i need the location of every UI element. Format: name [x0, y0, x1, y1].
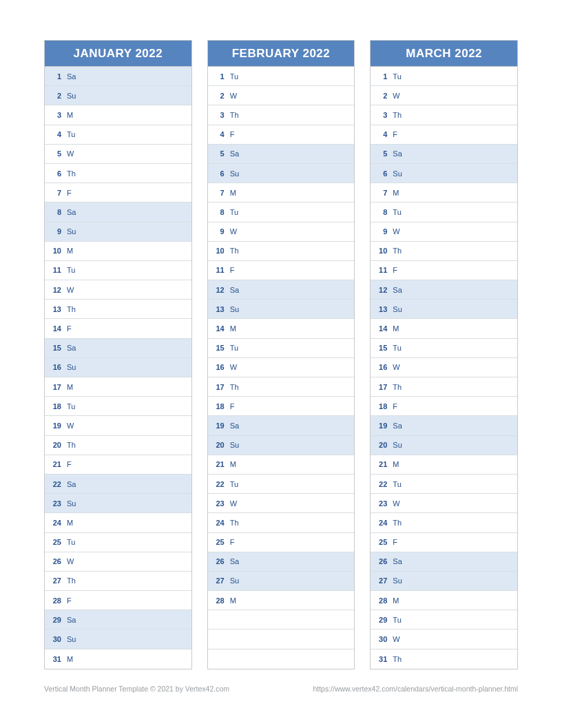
day-label: Th	[226, 111, 239, 119]
day-row: 9W	[208, 222, 355, 242]
day-number: 17	[208, 383, 226, 391]
day-number: 16	[45, 363, 63, 371]
day-label: Tu	[226, 72, 238, 81]
day-label: Su	[63, 635, 76, 643]
day-row: 15Sa	[45, 339, 191, 358]
day-number: 1	[45, 72, 63, 81]
day-number: 20	[371, 441, 388, 449]
day-label: M	[63, 111, 73, 119]
day-label: Tu	[388, 480, 401, 488]
day-label: F	[226, 402, 235, 410]
day-label: Tu	[63, 402, 75, 410]
day-number: 17	[45, 383, 63, 391]
day-row: 6Su	[371, 164, 517, 183]
day-number: 2	[45, 92, 63, 100]
day-row: 17Th	[371, 377, 517, 397]
day-row: 18Tu	[45, 397, 191, 416]
day-label: M	[388, 324, 399, 333]
day-row: 10Th	[208, 242, 355, 261]
day-label: Th	[63, 169, 76, 178]
day-label: Su	[226, 576, 239, 585]
day-number: 28	[45, 596, 63, 605]
day-number: 15	[45, 344, 63, 352]
day-number: 18	[45, 402, 63, 410]
day-row: 2W	[208, 86, 355, 105]
day-label: W	[388, 227, 399, 236]
day-label: M	[226, 324, 236, 333]
day-label: F	[388, 130, 397, 138]
day-number: 11	[371, 266, 388, 274]
day-number: 6	[45, 169, 63, 178]
day-number: 22	[371, 480, 388, 488]
day-label: M	[388, 460, 399, 468]
day-row: 18F	[208, 397, 355, 416]
day-number: 19	[208, 422, 226, 430]
day-row: 13Su	[208, 300, 355, 319]
day-number: 29	[371, 616, 388, 624]
day-row: 1Sa	[45, 67, 191, 86]
day-row: 25Tu	[45, 533, 191, 552]
day-number: 25	[371, 538, 388, 546]
day-label: Th	[388, 519, 402, 527]
day-number: 5	[208, 149, 226, 158]
day-row: 17M	[45, 377, 191, 397]
day-number: 4	[45, 130, 63, 138]
day-label: Tu	[388, 344, 401, 352]
day-row: 3Th	[208, 105, 355, 125]
day-row: 11F	[371, 261, 517, 280]
day-number: 9	[371, 227, 388, 236]
day-row	[208, 610, 355, 630]
day-row: 2Su	[45, 86, 191, 105]
day-number: 17	[371, 383, 388, 391]
day-number: 13	[208, 305, 226, 313]
day-row: 23Su	[45, 494, 191, 513]
day-label: Th	[63, 441, 76, 449]
day-row: 17Th	[208, 377, 355, 397]
day-row	[208, 649, 355, 669]
day-row: 6Th	[45, 164, 191, 183]
day-label: Tu	[63, 266, 75, 274]
day-label: Th	[226, 383, 239, 391]
day-row: 14M	[371, 319, 517, 338]
day-number: 19	[45, 422, 63, 430]
day-row: 1Tu	[371, 67, 517, 86]
day-row: 28M	[371, 591, 517, 610]
day-number: 14	[45, 324, 63, 333]
day-row: 8Tu	[371, 202, 517, 222]
day-row: 16Su	[45, 358, 191, 377]
day-number: 24	[45, 519, 63, 527]
day-number: 12	[208, 286, 226, 294]
day-row: 20Th	[45, 436, 191, 455]
day-row: 7M	[371, 183, 517, 202]
day-number: 25	[45, 538, 63, 546]
day-number: 16	[371, 363, 388, 371]
day-row: 15Tu	[208, 339, 355, 358]
day-number: 27	[208, 576, 226, 585]
day-label: Th	[388, 655, 402, 663]
day-label: Sa	[388, 557, 402, 565]
day-row: 24Th	[371, 513, 517, 532]
day-row: 13Th	[45, 300, 191, 319]
day-row: 11F	[208, 261, 355, 280]
day-label: Sa	[63, 480, 76, 488]
day-row: 20Su	[371, 436, 517, 455]
day-label: Th	[226, 247, 239, 255]
day-number: 10	[371, 247, 388, 255]
day-label: Sa	[63, 616, 76, 624]
day-label: Su	[226, 441, 239, 449]
day-label: W	[226, 92, 237, 100]
day-label: M	[388, 596, 399, 605]
day-number: 2	[371, 92, 388, 100]
day-label: M	[63, 247, 73, 255]
day-number: 29	[45, 616, 63, 624]
day-number: 5	[45, 149, 63, 158]
day-row: 6Su	[208, 164, 355, 183]
day-row: 8Tu	[208, 202, 355, 222]
day-number: 9	[208, 227, 226, 236]
day-number: 30	[371, 635, 388, 643]
day-label: W	[226, 499, 237, 508]
day-label: M	[226, 460, 236, 468]
day-label: Sa	[226, 557, 239, 565]
day-row: 16W	[371, 358, 517, 377]
day-row: 25F	[208, 533, 355, 552]
